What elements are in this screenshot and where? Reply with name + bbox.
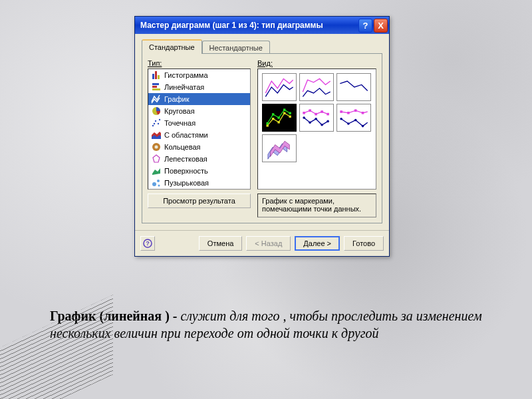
svg-marker-16 xyxy=(153,155,160,162)
svg-rect-39 xyxy=(315,113,317,116)
subtype-line-6[interactable] xyxy=(336,104,371,132)
type-item-3[interactable]: Круговая xyxy=(148,105,250,117)
svg-rect-33 xyxy=(272,113,274,115)
svg-rect-1 xyxy=(155,71,157,79)
type-item-label: Точечная xyxy=(164,119,196,127)
help-icon: ? xyxy=(143,239,152,248)
type-item-5[interactable]: С областями xyxy=(148,129,250,141)
subtype-line-1[interactable] xyxy=(262,73,297,101)
svg-rect-41 xyxy=(327,113,329,116)
close-button[interactable]: X xyxy=(374,19,388,33)
type-item-9[interactable]: Пузырьковая xyxy=(148,177,250,189)
dialog-footer: ? Отмена < Назад Далее > Готово xyxy=(135,230,389,256)
donut-icon xyxy=(151,142,162,152)
svg-rect-49 xyxy=(354,109,357,112)
type-item-label: Пузырьковая xyxy=(164,179,209,187)
dialog-title: Мастер диаграмм (шаг 1 из 4): тип диагра… xyxy=(140,21,357,30)
svg-rect-32 xyxy=(266,122,268,124)
type-item-8[interactable]: Поверхность xyxy=(148,165,250,177)
subtype-line-3[interactable] xyxy=(336,73,371,101)
svg-point-42 xyxy=(303,116,305,119)
svg-rect-34 xyxy=(277,116,279,118)
svg-point-11 xyxy=(154,123,155,124)
type-item-2[interactable]: График xyxy=(148,93,250,105)
svg-rect-28 xyxy=(272,118,274,120)
radar-icon xyxy=(151,154,162,164)
tab-standard[interactable]: Стандартные xyxy=(142,39,202,54)
area-icon xyxy=(151,130,162,140)
tabstrip: Стандартные Нестандартные xyxy=(142,39,382,54)
line-icon xyxy=(151,94,162,104)
type-item-7[interactable]: Лепестковая xyxy=(148,153,250,165)
titlebar-help-button[interactable]: ? xyxy=(358,19,372,33)
svg-rect-36 xyxy=(289,112,291,114)
subtype-line-5[interactable] xyxy=(299,104,334,132)
type-item-label: Круговая xyxy=(164,107,195,115)
type-item-label: Поверхность xyxy=(164,167,208,175)
svg-rect-30 xyxy=(283,112,285,114)
type-item-label: Гистограмма xyxy=(164,71,208,79)
svg-rect-47 xyxy=(340,110,342,113)
tab-pane: Тип: ГистограммаЛинейчатаяГрафикКруговая… xyxy=(142,53,382,223)
svg-rect-4 xyxy=(152,86,157,88)
svg-point-43 xyxy=(309,121,311,124)
svg-point-9 xyxy=(158,123,159,124)
svg-rect-40 xyxy=(321,110,323,113)
type-label: Тип: xyxy=(148,59,251,67)
svg-point-15 xyxy=(155,146,158,149)
svg-point-46 xyxy=(327,120,329,123)
subtype-description: График с маркерами, помечающими точки да… xyxy=(257,194,376,217)
view-label: Вид: xyxy=(257,59,376,67)
type-item-label: Линейчатая xyxy=(164,83,204,91)
cancel-button[interactable]: Отмена xyxy=(199,236,242,251)
subtype-line-2[interactable] xyxy=(299,73,334,101)
svg-point-18 xyxy=(152,182,156,186)
tab-custom[interactable]: Нестандартные xyxy=(202,41,270,54)
svg-point-19 xyxy=(157,180,160,182)
subtype-line-markers[interactable] xyxy=(262,104,297,132)
svg-rect-50 xyxy=(362,112,364,114)
type-item-label: График xyxy=(164,95,190,103)
svg-point-51 xyxy=(340,118,342,120)
svg-rect-2 xyxy=(158,75,160,79)
svg-point-54 xyxy=(362,125,364,128)
titlebar[interactable]: Мастер диаграмм (шаг 1 из 4): тип диагра… xyxy=(135,17,389,34)
next-button[interactable]: Далее > xyxy=(295,236,340,251)
type-item-0[interactable]: Гистограмма xyxy=(148,69,250,81)
svg-point-8 xyxy=(155,120,156,122)
svg-point-44 xyxy=(315,118,317,120)
back-button: < Назад xyxy=(246,236,291,251)
pie-icon xyxy=(151,106,162,116)
type-item-label: Лепестковая xyxy=(164,155,207,163)
subtype-line-3d[interactable] xyxy=(262,134,297,162)
svg-point-52 xyxy=(347,122,350,125)
type-item-6[interactable]: Кольцевая xyxy=(148,141,250,153)
dialog-body: Стандартные Нестандартные Тип: Гистограм… xyxy=(135,34,389,230)
svg-rect-0 xyxy=(152,74,154,79)
type-item-label: С областями xyxy=(164,131,208,139)
type-item-label: Кольцевая xyxy=(164,143,201,151)
svg-point-53 xyxy=(354,119,357,122)
svg-text:?: ? xyxy=(146,240,150,247)
svg-point-20 xyxy=(158,185,160,187)
svg-point-10 xyxy=(159,119,160,120)
preview-result-button[interactable]: Просмотр результата xyxy=(148,194,251,208)
chart-type-list[interactable]: ГистограммаЛинейчатаяГрафикКруговаяТочеч… xyxy=(148,68,251,190)
svg-rect-3 xyxy=(152,83,159,85)
svg-point-7 xyxy=(152,125,154,126)
type-item-1[interactable]: Линейчатая xyxy=(148,81,250,93)
svg-rect-38 xyxy=(309,109,311,112)
svg-rect-5 xyxy=(152,88,160,90)
finish-button[interactable]: Готово xyxy=(344,236,384,251)
type-item-10[interactable]: Биржевая xyxy=(148,189,250,190)
svg-rect-27 xyxy=(266,124,268,126)
hbars-icon xyxy=(151,82,162,92)
bubble-icon xyxy=(151,178,162,188)
svg-marker-17 xyxy=(152,168,160,175)
svg-rect-29 xyxy=(277,121,279,123)
bars-icon xyxy=(151,70,162,80)
type-item-4[interactable]: Точечная xyxy=(148,117,250,129)
svg-rect-31 xyxy=(289,116,291,118)
svg-rect-48 xyxy=(347,112,350,114)
footer-help-button[interactable]: ? xyxy=(140,236,155,251)
